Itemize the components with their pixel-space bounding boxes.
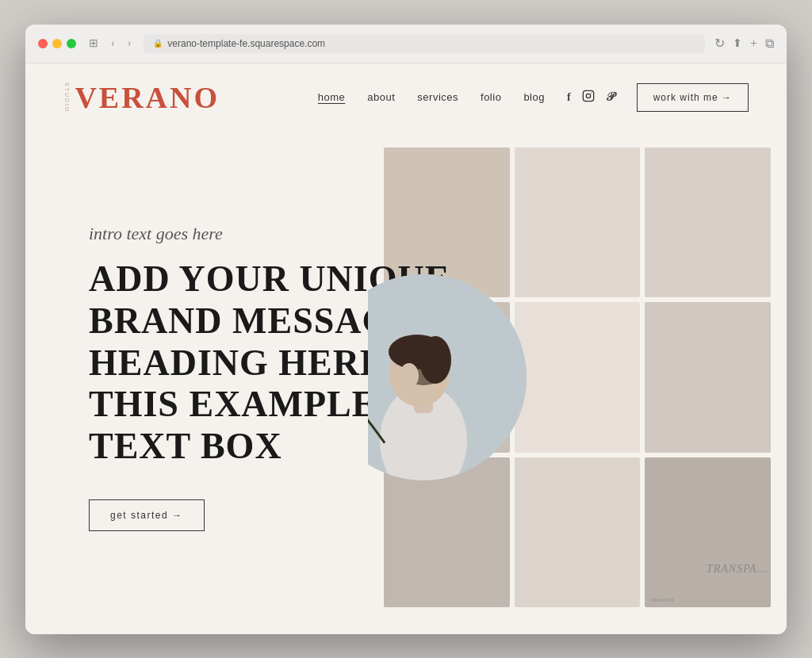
get-started-button[interactable]: get started → [89, 499, 205, 531]
portrait-circle [368, 274, 527, 480]
mood-card-3 [645, 147, 771, 297]
instagram-icon[interactable] [582, 90, 595, 105]
mood-card-2 [515, 147, 641, 297]
logo-side-text: STUDIO [63, 82, 70, 113]
work-with-me-button[interactable]: work with me → [637, 83, 749, 112]
share-button[interactable]: ⬆ [733, 36, 742, 50]
refresh-button[interactable]: ↻ [714, 36, 725, 51]
svg-point-1 [586, 94, 590, 98]
portrait-image [368, 274, 527, 480]
forward-button[interactable]: › [124, 36, 135, 52]
hero-image-area: TRANSPA [368, 132, 787, 623]
browser-window: ⊞ ‹ › 🔒 verano-template-fe.squarespace.c… [25, 25, 787, 634]
nav-link-folio[interactable]: folio [481, 91, 501, 103]
nav-link-home[interactable]: home [318, 91, 346, 103]
social-links: f 𝒫 [567, 90, 615, 105]
nav-link-services[interactable]: services [417, 91, 458, 103]
website-content: STUDIO VERANO home about services folio … [25, 63, 787, 634]
close-button[interactable] [38, 39, 48, 48]
site-nav: home about services folio blog f 𝒫 [318, 83, 749, 112]
mood-card-5 [515, 302, 641, 452]
svg-point-2 [591, 92, 592, 93]
browser-nav-controls: ⊞ ‹ › [86, 35, 134, 52]
logo-main-text: VERANO [75, 82, 220, 113]
site-header: STUDIO VERANO home about services folio … [25, 63, 787, 132]
traffic-lights [38, 39, 76, 48]
url-bar[interactable]: 🔒 verano-template-fe.squarespace.com [144, 34, 705, 53]
back-button[interactable]: ‹ [108, 36, 118, 52]
mood-card-6 [645, 302, 771, 452]
url-text: verano-template-fe.squarespace.com [167, 38, 325, 49]
mood-card-8 [515, 457, 641, 607]
browser-chrome: ⊞ ‹ › 🔒 verano-template-fe.squarespace.c… [25, 25, 787, 63]
transparency-text: TRANSPA... [707, 563, 768, 576]
mood-card-9: TRANSPA [645, 457, 771, 607]
new-tab-button[interactable]: + [750, 36, 757, 51]
logo-area: STUDIO VERANO [63, 82, 220, 113]
minimize-button[interactable] [52, 39, 62, 48]
facebook-icon[interactable]: f [567, 91, 571, 104]
maximize-button[interactable] [67, 39, 76, 48]
pinterest-icon[interactable]: 𝒫 [606, 90, 615, 104]
svg-rect-0 [583, 90, 593, 101]
transp-label: TRANSPA [649, 598, 674, 603]
svg-point-10 [400, 363, 419, 388]
lock-icon: 🔒 [153, 39, 163, 48]
window-icon[interactable]: ⊞ [86, 35, 102, 52]
hero-section: intro text goes here ADD YOUR UNIQUE BRA… [25, 132, 787, 623]
duplicate-button[interactable]: ⧉ [765, 36, 774, 51]
hero-intro-text: intro text goes here [89, 224, 469, 244]
browser-actions: ↻ ⬆ + ⧉ [714, 36, 774, 51]
nav-link-blog[interactable]: blog [523, 91, 545, 103]
nav-link-about[interactable]: about [367, 91, 395, 103]
